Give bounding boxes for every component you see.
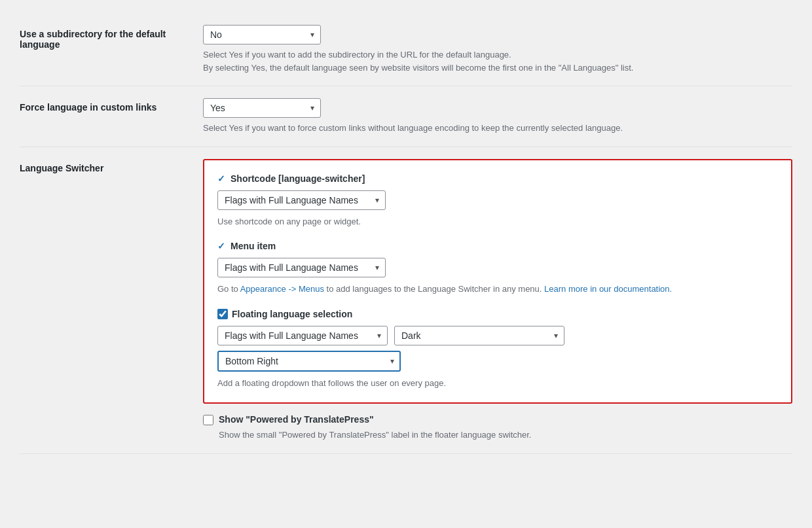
- floating-checkbox-label: Floating language selection: [217, 309, 778, 319]
- shortcode-title: Shortcode [language-switcher]: [231, 173, 365, 184]
- shortcode-select-row: Flags with Full Language Names Flags Lan…: [217, 190, 778, 210]
- floating-title: Floating language selection: [232, 309, 352, 319]
- shortcode-style-select[interactable]: Flags with Full Language Names Flags Lan…: [217, 190, 386, 210]
- force-language-content: Yes No ▾ Select Yes if you want to force…: [203, 98, 792, 135]
- floating-section: Floating language selection Flags with F…: [217, 309, 778, 390]
- language-switcher-label: Language Switcher: [20, 159, 203, 173]
- shortcode-section: ✓ Shortcode [language-switcher] Flags wi…: [217, 173, 778, 228]
- subdirectory-select-wrapper: No Yes ▾: [203, 25, 321, 44]
- menu-item-description: Go to Appearance -> Menus to add languag…: [217, 283, 778, 296]
- menu-item-title: Menu item: [231, 241, 276, 251]
- learn-more-link[interactable]: Learn more in our documentation.: [544, 284, 672, 294]
- show-powered-label: Show "Powered by TranslatePress": [219, 414, 792, 425]
- show-powered-description: Show the small "Powered by TranslatePres…: [219, 429, 792, 442]
- language-switcher-row: Language Switcher ✓ Shortcode [language-…: [20, 147, 792, 454]
- force-language-select-wrapper: Yes No ▾: [203, 98, 321, 118]
- floating-position-select[interactable]: Bottom Right Bottom Left Top Right Top L…: [217, 351, 401, 372]
- show-powered-content: Show "Powered by TranslatePress" Show th…: [219, 414, 792, 442]
- show-powered-section: Show "Powered by TranslatePress" Show th…: [203, 404, 792, 442]
- subdirectory-description: Select Yes if you want to add the subdir…: [203, 48, 792, 74]
- menu-item-section: ✓ Menu item Flags with Full Language Nam…: [217, 241, 778, 296]
- language-switcher-box: ✓ Shortcode [language-switcher] Flags wi…: [203, 159, 792, 404]
- menu-item-checkbox-label: ✓ Menu item: [217, 241, 778, 251]
- subdirectory-label: Use a subdirectory for the default langu…: [20, 25, 203, 50]
- subdirectory-select[interactable]: No Yes: [203, 25, 321, 44]
- menu-style-select-wrapper: Flags with Full Language Names Flags Lan…: [217, 258, 386, 277]
- menu-style-select[interactable]: Flags with Full Language Names Flags Lan…: [217, 258, 386, 277]
- floating-style-select-wrapper: Flags with Full Language Names Flags Lan…: [217, 326, 388, 345]
- shortcode-description: Use shortcode on any page or widget.: [217, 215, 778, 228]
- check-icon: ✓: [217, 241, 225, 251]
- subdirectory-content: No Yes ▾ Select Yes if you want to add t…: [203, 25, 792, 74]
- appearance-menus-link[interactable]: Appearance -> Menus: [240, 284, 324, 294]
- floating-theme-select[interactable]: Dark Light: [394, 326, 564, 345]
- language-switcher-content: ✓ Shortcode [language-switcher] Flags wi…: [203, 159, 792, 442]
- floating-description: Add a floating dropdown that follows the…: [217, 377, 778, 390]
- force-language-label: Force language in custom links: [20, 98, 203, 113]
- subdirectory-row: Use a subdirectory for the default langu…: [20, 13, 792, 86]
- floating-checkbox[interactable]: [217, 309, 228, 319]
- show-powered-checkbox[interactable]: [203, 415, 213, 425]
- floating-select-row-1: Flags with Full Language Names Flags Lan…: [217, 326, 778, 345]
- floating-style-select[interactable]: Flags with Full Language Names Flags Lan…: [217, 326, 388, 345]
- force-language-select[interactable]: Yes No: [203, 98, 321, 118]
- menu-item-select-row: Flags with Full Language Names Flags Lan…: [217, 258, 778, 277]
- shortcode-checkbox-label: ✓ Shortcode [language-switcher]: [217, 173, 778, 184]
- shortcode-style-select-wrapper: Flags with Full Language Names Flags Lan…: [217, 190, 386, 210]
- check-icon: ✓: [217, 173, 225, 184]
- floating-theme-select-wrapper: Dark Light ▾: [394, 326, 564, 345]
- floating-position-select-wrapper: Bottom Right Bottom Left Top Right Top L…: [217, 351, 401, 372]
- force-language-description: Select Yes if you want to force custom l…: [203, 122, 792, 135]
- floating-select-row-2: Bottom Right Bottom Left Top Right Top L…: [217, 351, 778, 372]
- force-language-row: Force language in custom links Yes No ▾ …: [20, 86, 792, 147]
